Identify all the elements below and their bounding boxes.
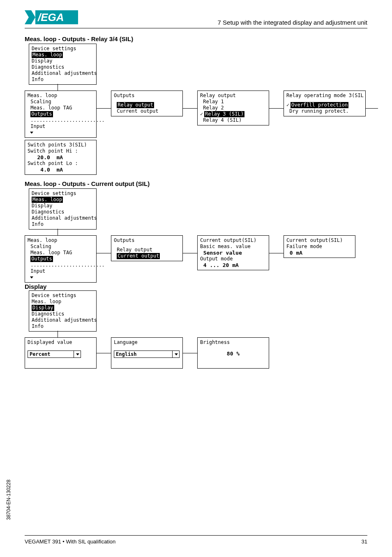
- menu-item: Current output(SIL): [286, 237, 353, 244]
- connector: [183, 353, 197, 353]
- document-id: 38704-EN-130228: [6, 480, 12, 520]
- menu-item-selected: Outputs: [28, 256, 94, 262]
- dropdown-text: Percent: [28, 351, 52, 357]
- menu-item: Device settings: [32, 292, 94, 299]
- dropdown-displayed-value[interactable]: Percent: [28, 350, 81, 358]
- menu-item: Info: [32, 77, 94, 83]
- menu-item-selected: Meas. loop: [32, 52, 94, 58]
- menu-item: Input: [28, 123, 94, 136]
- dropdown-button[interactable]: [172, 351, 179, 357]
- dropdown-text: English: [114, 351, 138, 357]
- switch-hi-label: Switch point Hi :: [28, 148, 94, 154]
- menu-item: Basic meas. value: [200, 244, 266, 250]
- menu-language[interactable]: Language English: [111, 337, 183, 369]
- menu-item-selected: ✓Overfill protection: [286, 102, 363, 108]
- menu-item: .........................: [28, 117, 94, 123]
- menu-item: Info: [32, 221, 94, 227]
- menu-item: Additional adjustments: [32, 70, 94, 77]
- connector: [97, 353, 111, 353]
- menu-item: Outputs: [114, 93, 180, 99]
- brightness-value: 80 %: [200, 350, 266, 357]
- menu-item: Dry running protect.: [286, 108, 363, 114]
- menu-item: Relay 1: [200, 99, 266, 105]
- menu-measloop-1[interactable]: Meas. loop Scaling Meas. loop TAG Output…: [25, 91, 97, 138]
- menu-item: Current output(SIL): [200, 237, 266, 244]
- connector: [183, 108, 197, 109]
- menu-item: 0 mA: [286, 250, 353, 256]
- menu-item: Display: [32, 58, 94, 64]
- menu-title: Displayed value: [28, 339, 94, 346]
- connector: [58, 331, 58, 337]
- chevron-down-icon: [175, 353, 178, 355]
- menu-item: Relay 4 (SIL): [200, 117, 266, 123]
- menu-switch-points[interactable]: Switch points 3(SIL) Switch point Hi : 2…: [25, 140, 97, 175]
- menu-item: Meas. loop TAG: [28, 250, 94, 256]
- menu-main-2[interactable]: Device settings Meas. loop Display Diagn…: [29, 188, 97, 230]
- menu-item-selected: Relay output: [114, 102, 180, 108]
- connector: [58, 84, 58, 91]
- page-number: 31: [362, 538, 367, 545]
- menu-item: Relay 2: [200, 105, 266, 111]
- menu-item: Display: [32, 203, 94, 209]
- menu-outputs-relay[interactable]: Outputs Relay output Current output: [111, 91, 183, 116]
- menu-outputs-current[interactable]: Outputs Relay output Current output: [111, 235, 183, 261]
- header-section-text: 7 Setup with the integrated display and …: [218, 19, 367, 26]
- menu-relay-mode[interactable]: Relay operating mode 3(SIL ✓Overfill pro…: [284, 91, 366, 116]
- menu-item: Info: [32, 323, 94, 330]
- title-relay34: Meas. loop - Outputs - Relay 3/4 (SIL): [25, 35, 133, 42]
- connector: [97, 108, 111, 109]
- menu-item: Relay operating mode 3(SIL: [286, 93, 363, 99]
- menu-item: Current output: [114, 108, 180, 114]
- menu-item-selected: Display: [32, 305, 94, 311]
- menu-item: Device settings: [32, 190, 94, 197]
- switch-lo-label: Switch point Lo :: [28, 160, 94, 167]
- svg-text:/EGA: /EGA: [37, 11, 64, 23]
- footer-product: VEGAMET 391 • With SIL qualification: [25, 538, 115, 545]
- menu-measloop-2[interactable]: Meas. loop Scaling Meas. loop TAG Output…: [25, 235, 97, 283]
- menu-item: Meas. loop: [28, 93, 94, 99]
- connector: [269, 108, 284, 109]
- connector: [366, 108, 378, 109]
- title-current: Meas. loop - Outputs - Current output (S…: [25, 180, 150, 187]
- menu-item: Additional adjustments: [32, 317, 94, 323]
- menu-item: Sensor value: [200, 250, 266, 256]
- connector: [183, 253, 197, 253]
- menu-item: Diagnostics: [32, 209, 94, 215]
- menu-item: Output mode: [200, 256, 266, 262]
- menu-item: Meas. loop TAG: [28, 105, 94, 111]
- menu-title: Language: [114, 339, 180, 346]
- chevron-down-icon: [76, 353, 79, 355]
- menu-item: Input: [28, 268, 94, 281]
- menu-item: Failure mode: [286, 244, 353, 250]
- menu-item-selected: Meas. loop: [32, 197, 94, 203]
- menu-current-failure[interactable]: Current output(SIL) Failure mode 0 mA: [284, 235, 355, 258]
- vega-logo: /EGA: [25, 10, 78, 26]
- menu-item: Scaling: [28, 244, 94, 250]
- menu-brightness[interactable]: Brightness 80 %: [197, 337, 269, 369]
- menu-main-1[interactable]: Device settings Meas. loop Display Diagn…: [29, 44, 97, 85]
- menu-item: Meas. loop: [32, 299, 94, 305]
- connector: [269, 253, 284, 253]
- connector: [58, 229, 58, 235]
- menu-displayed-value[interactable]: Displayed value Percent: [25, 337, 97, 369]
- menu-current-output[interactable]: Current output(SIL) Basic meas. value Se…: [197, 235, 269, 270]
- menu-display-main[interactable]: Device settings Meas. loop Display Diagn…: [29, 290, 97, 332]
- menu-item: Outputs: [114, 237, 180, 244]
- dropdown-language[interactable]: English: [114, 350, 180, 358]
- menu-item: Meas. loop: [28, 237, 94, 244]
- switch-title: Switch points 3(SIL): [28, 142, 94, 148]
- dropdown-button[interactable]: [74, 351, 81, 357]
- menu-item-selected: Outputs: [28, 111, 94, 117]
- menu-item: Relay output: [200, 93, 266, 99]
- switch-lo-value: 4.0 mA: [28, 167, 94, 173]
- menu-item: Diagnostics: [32, 64, 94, 70]
- menu-relay-output[interactable]: Relay output Relay 1 Relay 2 ✓Relay 3 (S…: [197, 91, 269, 125]
- menu-item: Scaling: [28, 99, 94, 105]
- menu-item: Relay output: [114, 247, 180, 253]
- title-display: Display: [25, 283, 46, 290]
- menu-item: .........................: [28, 262, 94, 268]
- menu-item: Additional adjustments: [32, 215, 94, 221]
- menu-title: Brightness: [200, 339, 266, 346]
- menu-item: Diagnostics: [32, 311, 94, 317]
- menu-item-selected: Current output: [114, 253, 180, 259]
